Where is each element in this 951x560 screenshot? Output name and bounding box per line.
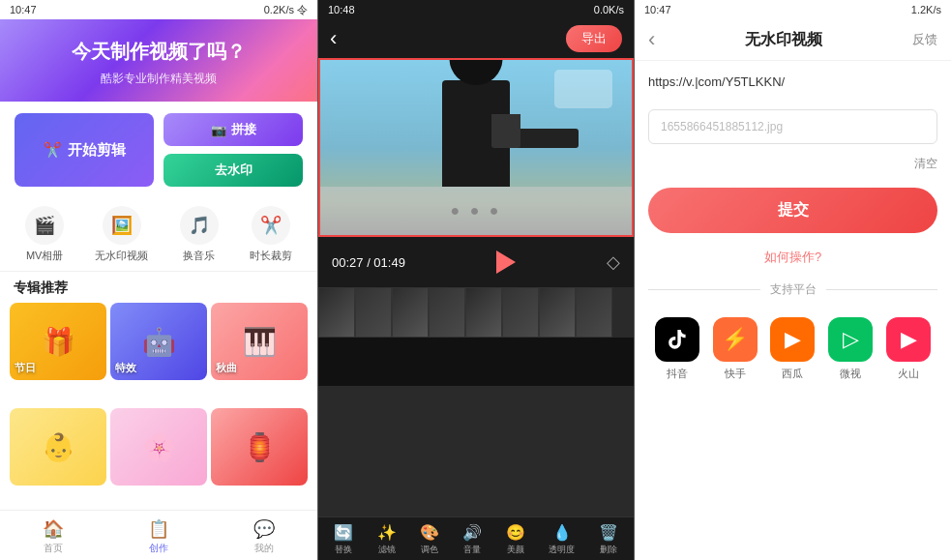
platform-huoshan[interactable]: ▶ 火山 (886, 317, 931, 381)
effects-decoration: 🤖 (142, 326, 176, 358)
tool-beauty[interactable]: 😊 美颜 (506, 523, 525, 556)
tool-filter[interactable]: ✨ 滤镜 (377, 523, 397, 556)
douyin-icon (655, 317, 699, 362)
divider-label: 支持平台 (770, 281, 817, 298)
play-icon (496, 251, 516, 274)
platform-xigua[interactable]: ▶ 西瓜 (770, 317, 815, 381)
album-item-baby[interactable]: 👶 (10, 408, 106, 486)
signals-1: 0.2K/s 令 (264, 3, 308, 17)
feature-music[interactable]: 🎵 换音乐 (180, 206, 219, 263)
nav-home[interactable]: 🏠 首页 (43, 518, 64, 555)
status-bar-2: 10:48 0.0K/s (318, 0, 634, 19)
filter-icon: ✨ (377, 523, 397, 542)
start-edit-button[interactable]: ✂️ 开始剪辑 (15, 113, 154, 187)
platforms-section: 抖音 ⚡ 快手 ▶ 西瓜 ▷ 微视 ▶ 火山 (635, 309, 951, 393)
filename-input[interactable]: 1655866451885112.jpg (648, 109, 937, 144)
watermark-button[interactable]: 去水印 (163, 154, 303, 187)
trim-icon: ✂️ (252, 206, 290, 245)
hero-subtitle: 酷影专业制作精美视频 (15, 71, 303, 87)
tool-volume[interactable]: 🔊 音量 (462, 523, 482, 556)
back-button-3[interactable]: ‹ (648, 27, 655, 52)
url-text: https://v.|com/Y5TLKKN/ (648, 74, 785, 89)
autumn-label: 秋曲 (216, 361, 237, 375)
film-frame (539, 287, 576, 338)
video-preview: ● ● ● (318, 58, 634, 237)
signals-3: 1.2K/s (911, 4, 941, 15)
film-frame (318, 287, 355, 338)
signals-2: 0.0K/s (594, 4, 624, 15)
film-frame (392, 287, 429, 338)
play-button[interactable] (489, 245, 523, 280)
tool-color[interactable]: 🎨 调色 (420, 523, 439, 556)
panel3-header: ‹ 无水印视频 反馈 (635, 19, 951, 61)
mv-icon: 🎬 (25, 206, 64, 245)
baby-decoration: 👶 (42, 431, 75, 463)
hero-title: 今天制作视频了吗？ (15, 39, 303, 65)
panel3-title: 无水印视频 (745, 30, 822, 50)
album-item-flower[interactable]: 🌸 (110, 408, 207, 486)
divider-left (648, 289, 760, 290)
feature-watermark[interactable]: 🖼️ 无水印视频 (95, 206, 148, 263)
nav-profile[interactable]: 💬 我的 (253, 518, 275, 555)
color-icon: 🎨 (420, 523, 439, 542)
tool-delete[interactable]: 🗑️ 删除 (599, 523, 618, 556)
hero-section: 今天制作视频了吗？ 酷影专业制作精美视频 (0, 19, 317, 102)
panel-home: 10:47 0.2K/s 令 今天制作视频了吗？ 酷影专业制作精美视频 ✂️ 开… (0, 0, 317, 560)
delete-icon: 🗑️ (599, 523, 618, 542)
clear-button[interactable]: 清空 (914, 156, 937, 172)
festival-label: 节日 (15, 361, 36, 375)
replace-icon: 🔄 (334, 523, 353, 542)
back-button-2[interactable]: ‹ (330, 26, 337, 51)
album-item-lantern[interactable]: 🏮 (211, 408, 308, 486)
status-bar-3: 10:47 1.2K/s (635, 0, 951, 19)
how-to-link[interactable]: 如何操作? (635, 245, 951, 270)
time-2: 10:48 (328, 4, 355, 15)
beauty-icon: 😊 (506, 523, 525, 542)
watermark-icon: 🖼️ (103, 206, 141, 245)
url-section: https://v.|com/Y5TLKKN/ (635, 61, 951, 102)
feature-trim[interactable]: ✂️ 时长裁剪 (250, 206, 292, 263)
nav-create[interactable]: 📋 创作 (148, 518, 169, 555)
action-buttons: ✂️ 开始剪辑 📷 拼接 去水印 (0, 102, 317, 198)
blur-overlay: ● ● ● (320, 187, 632, 235)
diamond-icon: ◇ (607, 251, 620, 273)
autumn-decoration: 🎹 (243, 326, 277, 358)
tool-replace[interactable]: 🔄 替换 (334, 523, 353, 556)
timeline (318, 287, 634, 516)
tool-opacity[interactable]: 💧 透明度 (549, 523, 575, 556)
profile-icon: 💬 (253, 518, 275, 540)
music-icon: 🎵 (180, 206, 219, 245)
kuaishou-icon: ⚡ (713, 317, 758, 362)
film-frame (465, 287, 502, 338)
export-button[interactable]: 导出 (566, 25, 622, 52)
album-item-autumn[interactable]: 🎹 秋曲 (211, 303, 308, 380)
submit-button[interactable]: 提交 (648, 188, 937, 233)
feedback-link[interactable]: 反馈 (912, 31, 937, 48)
platform-douyin[interactable]: 抖音 (655, 317, 699, 381)
opacity-icon: 💧 (552, 523, 572, 542)
video-content: ● ● ● (320, 60, 632, 235)
weishi-icon: ▷ (828, 317, 873, 362)
feature-mv[interactable]: 🎬 MV相册 (25, 206, 64, 263)
album-item-effects[interactable]: 🤖 特效 (110, 303, 207, 380)
panel-watermark-removal: 10:47 1.2K/s ‹ 无水印视频 反馈 https://v.|com/Y… (635, 0, 951, 560)
album-grid: 🎁 节日 🤖 特效 🎹 秋曲 👶 🌸 🏮 (0, 303, 317, 510)
black-track (318, 338, 634, 386)
platform-kuaishou[interactable]: ⚡ 快手 (713, 317, 758, 381)
status-bar-1: 10:47 0.2K/s 令 (0, 0, 317, 19)
effects-label: 特效 (115, 361, 136, 375)
platform-weishi[interactable]: ▷ 微视 (828, 317, 873, 381)
splice-button[interactable]: 📷 拼接 (163, 113, 303, 146)
tools-bar: 🔄 替换 ✨ 滤镜 🎨 调色 🔊 音量 😊 美颜 💧 透明度 🗑️ 删除 (318, 516, 634, 560)
clear-btn-area: 清空 (635, 152, 951, 176)
album-item-festival[interactable]: 🎁 节日 (10, 303, 106, 380)
album-section-title: 专辑推荐 (0, 272, 317, 303)
blur-dots: ● ● ● (451, 202, 502, 220)
flower-decoration: 🌸 (142, 431, 176, 463)
right-buttons: 📷 拼接 去水印 (163, 113, 303, 187)
splice-icon: 📷 (211, 123, 226, 137)
volume-icon: 🔊 (462, 523, 482, 542)
filmstrip (318, 287, 634, 338)
home-icon: 🏠 (43, 518, 64, 540)
lantern-decoration: 🏮 (243, 431, 277, 463)
